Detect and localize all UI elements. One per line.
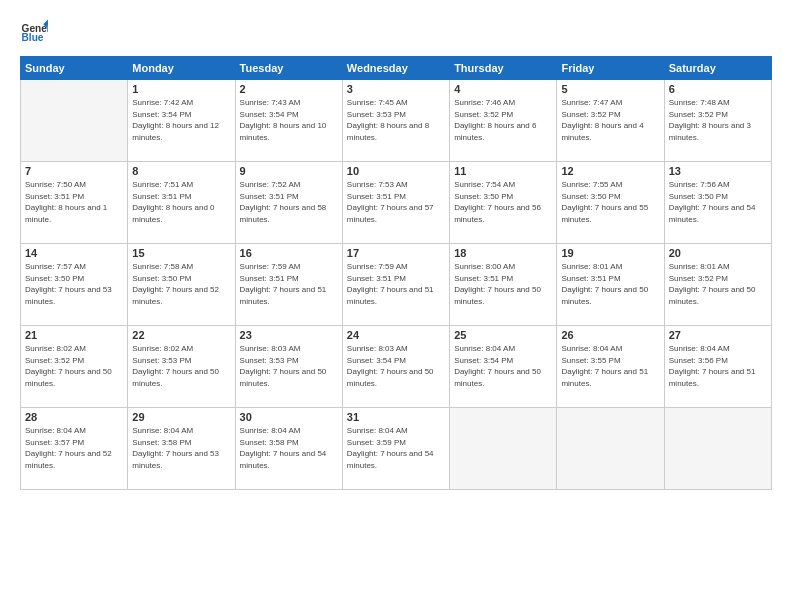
- day-cell: 14 Sunrise: 7:57 AM Sunset: 3:50 PM Dayl…: [21, 244, 128, 326]
- day-cell: 24 Sunrise: 8:03 AM Sunset: 3:54 PM Dayl…: [342, 326, 449, 408]
- day-number: 25: [454, 329, 552, 341]
- day-info: Sunrise: 7:57 AM Sunset: 3:50 PM Dayligh…: [25, 261, 123, 307]
- day-cell: 21 Sunrise: 8:02 AM Sunset: 3:52 PM Dayl…: [21, 326, 128, 408]
- weekday-header-row: SundayMondayTuesdayWednesdayThursdayFrid…: [21, 57, 772, 80]
- header: General Blue: [20, 18, 772, 46]
- day-number: 31: [347, 411, 445, 423]
- day-number: 11: [454, 165, 552, 177]
- weekday-header-friday: Friday: [557, 57, 664, 80]
- day-cell: [450, 408, 557, 490]
- day-cell: 26 Sunrise: 8:04 AM Sunset: 3:55 PM Dayl…: [557, 326, 664, 408]
- week-row-3: 14 Sunrise: 7:57 AM Sunset: 3:50 PM Dayl…: [21, 244, 772, 326]
- day-cell: 7 Sunrise: 7:50 AM Sunset: 3:51 PM Dayli…: [21, 162, 128, 244]
- day-number: 9: [240, 165, 338, 177]
- day-cell: 3 Sunrise: 7:45 AM Sunset: 3:53 PM Dayli…: [342, 80, 449, 162]
- weekday-header-saturday: Saturday: [664, 57, 771, 80]
- day-cell: 19 Sunrise: 8:01 AM Sunset: 3:51 PM Dayl…: [557, 244, 664, 326]
- day-info: Sunrise: 7:51 AM Sunset: 3:51 PM Dayligh…: [132, 179, 230, 225]
- day-info: Sunrise: 8:01 AM Sunset: 3:51 PM Dayligh…: [561, 261, 659, 307]
- day-cell: 2 Sunrise: 7:43 AM Sunset: 3:54 PM Dayli…: [235, 80, 342, 162]
- day-info: Sunrise: 8:04 AM Sunset: 3:58 PM Dayligh…: [240, 425, 338, 471]
- day-info: Sunrise: 7:43 AM Sunset: 3:54 PM Dayligh…: [240, 97, 338, 143]
- day-info: Sunrise: 8:03 AM Sunset: 3:54 PM Dayligh…: [347, 343, 445, 389]
- calendar-table: SundayMondayTuesdayWednesdayThursdayFrid…: [20, 56, 772, 490]
- day-number: 26: [561, 329, 659, 341]
- day-cell: 5 Sunrise: 7:47 AM Sunset: 3:52 PM Dayli…: [557, 80, 664, 162]
- week-row-2: 7 Sunrise: 7:50 AM Sunset: 3:51 PM Dayli…: [21, 162, 772, 244]
- day-info: Sunrise: 7:59 AM Sunset: 3:51 PM Dayligh…: [347, 261, 445, 307]
- day-number: 12: [561, 165, 659, 177]
- day-number: 5: [561, 83, 659, 95]
- day-number: 15: [132, 247, 230, 259]
- day-number: 22: [132, 329, 230, 341]
- day-number: 1: [132, 83, 230, 95]
- day-cell: 8 Sunrise: 7:51 AM Sunset: 3:51 PM Dayli…: [128, 162, 235, 244]
- weekday-header-wednesday: Wednesday: [342, 57, 449, 80]
- day-number: 20: [669, 247, 767, 259]
- day-info: Sunrise: 7:55 AM Sunset: 3:50 PM Dayligh…: [561, 179, 659, 225]
- day-number: 24: [347, 329, 445, 341]
- week-row-1: 1 Sunrise: 7:42 AM Sunset: 3:54 PM Dayli…: [21, 80, 772, 162]
- day-number: 30: [240, 411, 338, 423]
- day-cell: [21, 80, 128, 162]
- day-number: 10: [347, 165, 445, 177]
- day-cell: 28 Sunrise: 8:04 AM Sunset: 3:57 PM Dayl…: [21, 408, 128, 490]
- day-cell: 23 Sunrise: 8:03 AM Sunset: 3:53 PM Dayl…: [235, 326, 342, 408]
- weekday-header-monday: Monday: [128, 57, 235, 80]
- day-info: Sunrise: 7:54 AM Sunset: 3:50 PM Dayligh…: [454, 179, 552, 225]
- day-info: Sunrise: 8:02 AM Sunset: 3:53 PM Dayligh…: [132, 343, 230, 389]
- week-row-4: 21 Sunrise: 8:02 AM Sunset: 3:52 PM Dayl…: [21, 326, 772, 408]
- day-number: 28: [25, 411, 123, 423]
- day-number: 3: [347, 83, 445, 95]
- day-info: Sunrise: 8:01 AM Sunset: 3:52 PM Dayligh…: [669, 261, 767, 307]
- logo: General Blue: [20, 18, 48, 46]
- day-number: 23: [240, 329, 338, 341]
- day-number: 29: [132, 411, 230, 423]
- day-info: Sunrise: 8:04 AM Sunset: 3:58 PM Dayligh…: [132, 425, 230, 471]
- day-cell: 10 Sunrise: 7:53 AM Sunset: 3:51 PM Dayl…: [342, 162, 449, 244]
- day-cell: 27 Sunrise: 8:04 AM Sunset: 3:56 PM Dayl…: [664, 326, 771, 408]
- weekday-header-thursday: Thursday: [450, 57, 557, 80]
- day-number: 6: [669, 83, 767, 95]
- day-cell: 13 Sunrise: 7:56 AM Sunset: 3:50 PM Dayl…: [664, 162, 771, 244]
- day-cell: 30 Sunrise: 8:04 AM Sunset: 3:58 PM Dayl…: [235, 408, 342, 490]
- day-number: 18: [454, 247, 552, 259]
- day-info: Sunrise: 7:52 AM Sunset: 3:51 PM Dayligh…: [240, 179, 338, 225]
- day-cell: 6 Sunrise: 7:48 AM Sunset: 3:52 PM Dayli…: [664, 80, 771, 162]
- week-row-5: 28 Sunrise: 8:04 AM Sunset: 3:57 PM Dayl…: [21, 408, 772, 490]
- day-cell: 18 Sunrise: 8:00 AM Sunset: 3:51 PM Dayl…: [450, 244, 557, 326]
- day-info: Sunrise: 7:45 AM Sunset: 3:53 PM Dayligh…: [347, 97, 445, 143]
- day-info: Sunrise: 7:50 AM Sunset: 3:51 PM Dayligh…: [25, 179, 123, 225]
- day-number: 8: [132, 165, 230, 177]
- day-info: Sunrise: 7:59 AM Sunset: 3:51 PM Dayligh…: [240, 261, 338, 307]
- day-number: 19: [561, 247, 659, 259]
- day-info: Sunrise: 8:04 AM Sunset: 3:55 PM Dayligh…: [561, 343, 659, 389]
- day-number: 27: [669, 329, 767, 341]
- day-info: Sunrise: 7:58 AM Sunset: 3:50 PM Dayligh…: [132, 261, 230, 307]
- day-info: Sunrise: 7:56 AM Sunset: 3:50 PM Dayligh…: [669, 179, 767, 225]
- day-info: Sunrise: 8:04 AM Sunset: 3:54 PM Dayligh…: [454, 343, 552, 389]
- day-info: Sunrise: 8:04 AM Sunset: 3:59 PM Dayligh…: [347, 425, 445, 471]
- day-cell: 20 Sunrise: 8:01 AM Sunset: 3:52 PM Dayl…: [664, 244, 771, 326]
- day-cell: 4 Sunrise: 7:46 AM Sunset: 3:52 PM Dayli…: [450, 80, 557, 162]
- day-info: Sunrise: 8:02 AM Sunset: 3:52 PM Dayligh…: [25, 343, 123, 389]
- day-info: Sunrise: 8:03 AM Sunset: 3:53 PM Dayligh…: [240, 343, 338, 389]
- day-info: Sunrise: 7:42 AM Sunset: 3:54 PM Dayligh…: [132, 97, 230, 143]
- day-cell: 15 Sunrise: 7:58 AM Sunset: 3:50 PM Dayl…: [128, 244, 235, 326]
- day-info: Sunrise: 7:53 AM Sunset: 3:51 PM Dayligh…: [347, 179, 445, 225]
- day-number: 16: [240, 247, 338, 259]
- day-number: 7: [25, 165, 123, 177]
- day-cell: 22 Sunrise: 8:02 AM Sunset: 3:53 PM Dayl…: [128, 326, 235, 408]
- logo-icon: General Blue: [20, 18, 48, 46]
- day-info: Sunrise: 8:04 AM Sunset: 3:57 PM Dayligh…: [25, 425, 123, 471]
- day-cell: 29 Sunrise: 8:04 AM Sunset: 3:58 PM Dayl…: [128, 408, 235, 490]
- weekday-header-tuesday: Tuesday: [235, 57, 342, 80]
- day-info: Sunrise: 8:04 AM Sunset: 3:56 PM Dayligh…: [669, 343, 767, 389]
- day-cell: 11 Sunrise: 7:54 AM Sunset: 3:50 PM Dayl…: [450, 162, 557, 244]
- day-cell: 1 Sunrise: 7:42 AM Sunset: 3:54 PM Dayli…: [128, 80, 235, 162]
- day-info: Sunrise: 8:00 AM Sunset: 3:51 PM Dayligh…: [454, 261, 552, 307]
- day-info: Sunrise: 7:47 AM Sunset: 3:52 PM Dayligh…: [561, 97, 659, 143]
- weekday-header-sunday: Sunday: [21, 57, 128, 80]
- day-number: 17: [347, 247, 445, 259]
- day-cell: 17 Sunrise: 7:59 AM Sunset: 3:51 PM Dayl…: [342, 244, 449, 326]
